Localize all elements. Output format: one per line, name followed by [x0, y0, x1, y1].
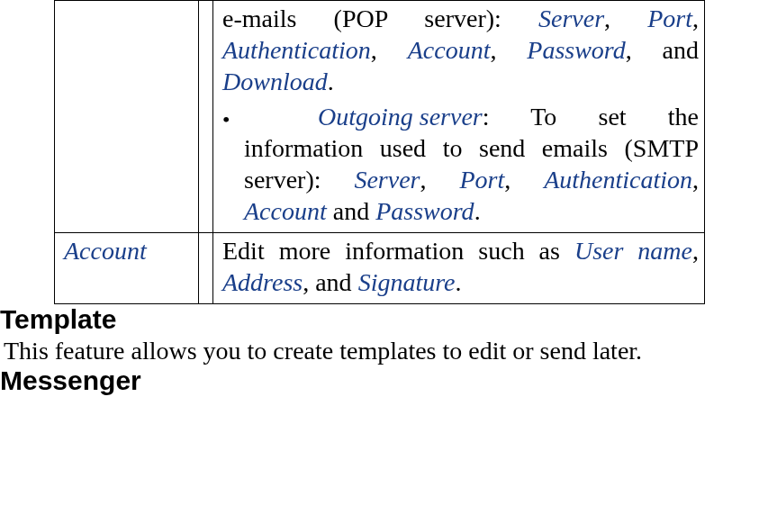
template-body: This feature allows you to create templa… [4, 337, 759, 365]
term-authentication-out: Authentication [544, 166, 692, 194]
sep: , [504, 166, 544, 194]
period: . [455, 268, 461, 296]
account-label: Account [64, 237, 147, 265]
cell-spacer [199, 233, 213, 304]
table-row: e-mails (POP server): Server, Port, Auth… [55, 1, 705, 233]
term-port: Port [647, 5, 692, 32]
incoming-pre-text: e-mails (POP server): [222, 5, 538, 32]
term-port-out: Port [459, 166, 504, 194]
period: . [474, 197, 481, 225]
term-download: Download [222, 68, 328, 95]
cell-spacer [199, 1, 213, 233]
term-account: Account [408, 36, 491, 64]
sep-and: and [333, 197, 375, 225]
cell-server-content: e-mails (POP server): Server, Port, Auth… [213, 1, 705, 233]
outgoing-body: Outgoing server: To set the information … [244, 101, 699, 227]
cell-label-empty [55, 1, 199, 233]
sep: , [490, 36, 527, 64]
cell-account-label: Account [55, 233, 199, 304]
term-address: Address [222, 268, 303, 296]
term-account-out: Account [244, 197, 327, 225]
messenger-heading: Messenger [0, 365, 759, 396]
period: . [328, 68, 334, 95]
sep: , [692, 5, 699, 32]
settings-table: e-mails (POP server): Server, Port, Auth… [54, 0, 705, 304]
bullet-icon: • [222, 101, 244, 134]
term-password: Password [527, 36, 625, 64]
sep: , [420, 166, 460, 194]
sep: , [371, 36, 408, 64]
account-pre-text: Edit more information such as [222, 237, 574, 265]
outgoing-bullet: • Outgoing server: To set the informatio… [222, 101, 699, 227]
sep: , and [303, 268, 357, 296]
sep: , [692, 237, 699, 265]
cell-account-content: Edit more information such as User name,… [213, 233, 705, 304]
term-server-out: Server [354, 166, 420, 194]
term-server: Server [538, 5, 604, 32]
incoming-fragment: e-mails (POP server): Server, Port, Auth… [222, 3, 699, 97]
term-signature: Signature [358, 268, 456, 296]
term-password-out: Password [375, 197, 474, 225]
term-username: User name [574, 237, 692, 265]
sep: , [604, 5, 647, 32]
sep: , [692, 166, 699, 194]
template-heading: Template [0, 304, 759, 335]
table-row: Account Edit more information such as Us… [55, 233, 705, 304]
outgoing-server-label: Outgoing server [244, 101, 483, 132]
term-authentication: Authentication [222, 36, 371, 64]
page: e-mails (POP server): Server, Port, Auth… [0, 0, 759, 396]
sep: , and [626, 36, 699, 64]
